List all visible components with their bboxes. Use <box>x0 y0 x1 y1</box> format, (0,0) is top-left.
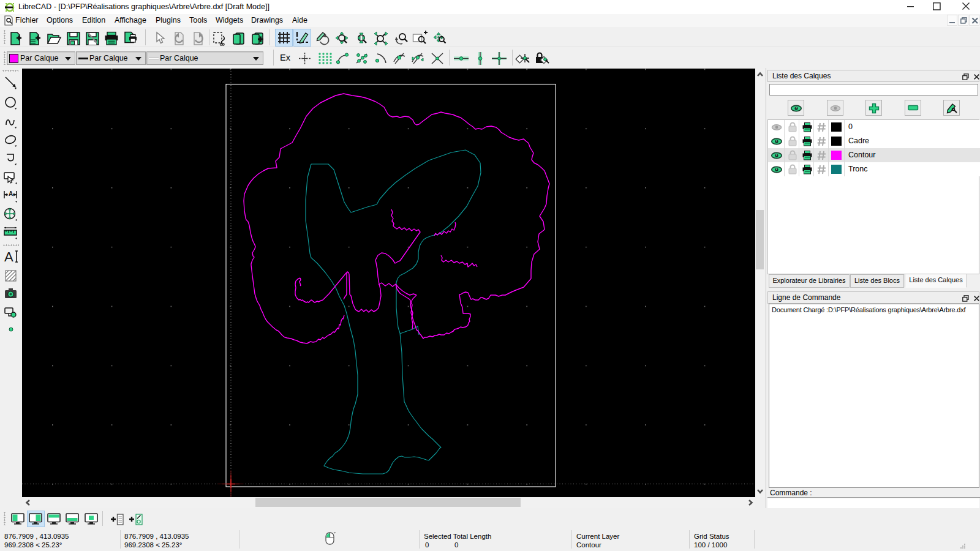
svg-text:A: A <box>9 190 13 197</box>
svg-text:A: A <box>4 249 13 264</box>
